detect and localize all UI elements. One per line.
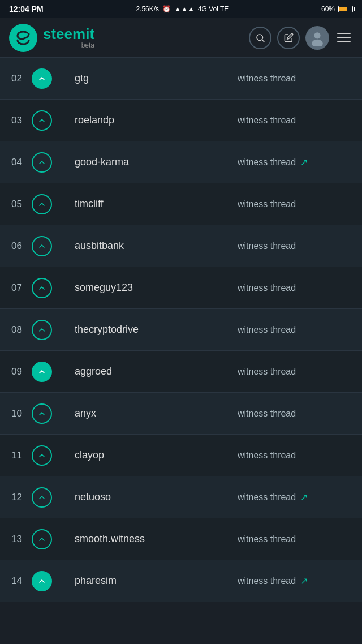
witness-thread-link[interactable]: witness thread — [238, 450, 362, 461]
upvote-button[interactable] — [32, 445, 52, 466]
witness-row: 09 aggroed witness thread — [0, 351, 362, 393]
witness-name[interactable]: ausbitbank — [68, 240, 238, 252]
upvote-button[interactable] — [32, 320, 52, 340]
witness-name[interactable]: roelandp — [68, 114, 238, 126]
upvote-button[interactable] — [32, 487, 52, 508]
upvote-button[interactable] — [32, 278, 52, 298]
carrier-label: 4G VoLTE — [198, 5, 229, 13]
witness-name[interactable]: pharesim — [68, 575, 238, 587]
witness-name[interactable]: clayop — [68, 449, 238, 461]
upvote-button[interactable] — [32, 529, 52, 549]
svg-point-1 — [257, 35, 263, 41]
rank-number: 05 — [11, 199, 26, 210]
rank-col: 07 — [0, 278, 68, 298]
witness-row: 12 netuoso witness thread ↗ — [0, 476, 362, 518]
steemit-logo-icon — [9, 24, 37, 52]
upvote-button[interactable] — [32, 362, 52, 382]
rank-col: 05 — [0, 194, 68, 214]
witness-row: 14 pharesim witness thread ↗ — [0, 560, 362, 602]
witness-name[interactable]: anyx — [68, 407, 238, 419]
witness-thread-text: witness thread — [238, 157, 296, 168]
rank-number: 10 — [11, 408, 26, 419]
rank-col: 02 — [0, 68, 68, 89]
rank-col: 08 — [0, 320, 68, 340]
user-avatar[interactable] — [305, 26, 329, 50]
witness-name[interactable]: netuoso — [68, 491, 238, 503]
upvote-button[interactable] — [32, 110, 52, 131]
witness-thread-link[interactable]: witness thread — [238, 199, 362, 209]
witness-row: 02 gtg witness thread — [0, 58, 362, 100]
witness-thread-text: witness thread — [238, 534, 296, 544]
status-time: 12:04 PM — [9, 5, 44, 14]
witness-name[interactable]: smooth.witness — [68, 533, 238, 545]
witness-thread-link[interactable]: witness thread — [238, 367, 362, 377]
external-link-icon: ↗ — [300, 157, 308, 168]
alarm-icon: ⏰ — [162, 5, 171, 13]
witness-thread-link[interactable]: witness thread — [238, 241, 362, 251]
witness-thread-link[interactable]: witness thread — [238, 409, 362, 419]
witness-name[interactable]: gtg — [68, 72, 238, 84]
rank-col: 14 — [0, 571, 68, 591]
svg-point-3 — [314, 32, 320, 38]
upvote-button[interactable] — [32, 194, 52, 214]
rank-col: 06 — [0, 236, 68, 256]
witness-thread-text: witness thread — [238, 450, 296, 461]
rank-number: 14 — [11, 576, 26, 587]
witness-name[interactable]: good-karma — [68, 156, 238, 168]
witness-name[interactable]: someguy123 — [68, 282, 238, 294]
witness-thread-text: witness thread — [238, 241, 296, 251]
witness-table: 02 gtg witness thread 03 roelandp witnes… — [0, 58, 362, 602]
witness-thread-link[interactable]: witness thread — [238, 115, 362, 126]
upvote-button[interactable] — [32, 236, 52, 256]
witness-row: 05 timcliff witness thread — [0, 183, 362, 225]
status-center: 2.56K/s ⏰ ▲▲▲ 4G VoLTE — [136, 5, 229, 13]
witness-row: 08 thecryptodrive witness thread — [0, 309, 362, 351]
external-link-icon: ↗ — [300, 492, 308, 503]
rank-number: 06 — [11, 241, 26, 252]
rank-col: 10 — [0, 403, 68, 424]
rank-col: 09 — [0, 362, 68, 382]
battery-percent: 60% — [321, 5, 335, 13]
witness-thread-link[interactable]: witness thread — [238, 534, 362, 544]
witness-name[interactable]: timcliff — [68, 198, 238, 210]
status-right: 60% — [321, 5, 353, 13]
rank-number: 08 — [11, 324, 26, 336]
upvote-button[interactable] — [32, 68, 52, 89]
witness-name[interactable]: aggroed — [68, 366, 238, 377]
upvote-button[interactable] — [32, 571, 52, 591]
status-bar: 12:04 PM 2.56K/s ⏰ ▲▲▲ 4G VoLTE 60% — [0, 0, 362, 18]
witness-thread-link[interactable]: witness thread ↗ — [238, 576, 362, 586]
witness-thread-link[interactable]: witness thread ↗ — [238, 492, 362, 503]
witness-thread-link[interactable]: witness thread — [238, 74, 362, 84]
rank-number: 07 — [11, 282, 26, 294]
rank-number: 11 — [11, 450, 26, 461]
svg-line-2 — [262, 40, 264, 42]
rank-col: 12 — [0, 487, 68, 508]
witness-thread-link[interactable]: witness thread ↗ — [238, 157, 362, 168]
rank-number: 12 — [11, 492, 26, 503]
write-button[interactable] — [277, 27, 300, 49]
battery-icon — [338, 6, 353, 12]
search-button[interactable] — [249, 27, 272, 49]
witness-thread-link[interactable]: witness thread — [238, 283, 362, 293]
app-header: steemit beta — [0, 18, 362, 58]
signal-icon: ▲▲▲ — [174, 5, 195, 13]
upvote-button[interactable] — [32, 403, 52, 424]
hamburger-menu[interactable] — [335, 31, 353, 45]
external-link-icon: ↗ — [300, 576, 308, 586]
logo-text: steemit — [43, 27, 94, 41]
witness-row: 13 smooth.witness witness thread — [0, 518, 362, 560]
witness-row: 07 someguy123 witness thread — [0, 267, 362, 309]
witness-thread-text: witness thread — [238, 576, 296, 586]
upvote-button[interactable] — [32, 152, 52, 173]
witness-row: 04 good-karma witness thread ↗ — [0, 141, 362, 183]
witness-name[interactable]: thecryptodrive — [68, 324, 238, 336]
rank-number: 03 — [11, 115, 26, 126]
witness-thread-link[interactable]: witness thread — [238, 325, 362, 335]
witness-row: 06 ausbitbank witness thread — [0, 225, 362, 267]
witness-thread-text: witness thread — [238, 367, 296, 377]
witness-row: 03 roelandp witness thread — [0, 100, 362, 141]
witness-row: 11 clayop witness thread — [0, 435, 362, 476]
witness-thread-text: witness thread — [238, 492, 296, 503]
witness-thread-text: witness thread — [238, 115, 296, 126]
